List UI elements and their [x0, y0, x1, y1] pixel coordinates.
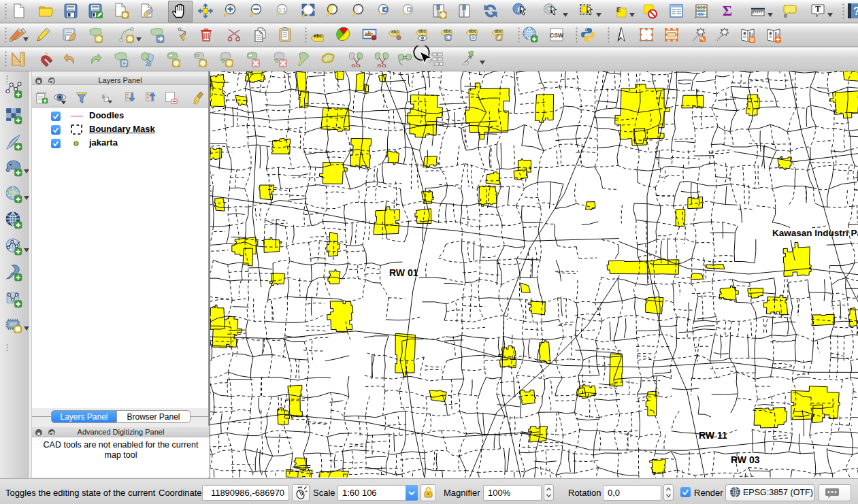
- svg-text:abc: abc: [418, 29, 427, 33]
- svg-text:1:1: 1:1: [278, 7, 285, 12]
- svg-text:ε: ε: [616, 3, 621, 15]
- svg-text:abc: abc: [444, 29, 452, 33]
- svg-text:?: ?: [853, 5, 858, 17]
- svg-text:RW 03: RW 03: [731, 454, 760, 465]
- svg-text:CSW: CSW: [550, 32, 564, 39]
- svg-text:T: T: [815, 4, 821, 14]
- svg-text:RW 11: RW 11: [699, 430, 727, 441]
- svg-text:RW 01: RW 01: [389, 267, 418, 278]
- svg-text:abc: abc: [391, 29, 399, 34]
- svg-text:abc: abc: [469, 29, 477, 33]
- svg-text:Σ: Σ: [723, 3, 732, 19]
- svg-text:abc: abc: [495, 29, 503, 33]
- svg-text:abc: abc: [314, 33, 323, 39]
- svg-text:Kawasan Industri Pa: Kawasan Industri Pa: [772, 228, 858, 238]
- svg-text:ab: ab: [365, 31, 372, 37]
